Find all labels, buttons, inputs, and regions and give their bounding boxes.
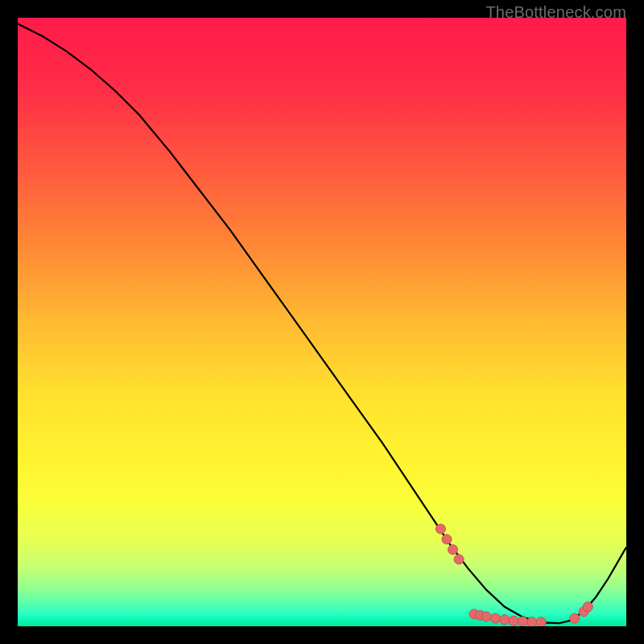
bottleneck-curve [18,24,626,624]
curve-marker [518,617,527,626]
curve-marker [509,616,518,625]
curve-marker [481,612,491,621]
curve-marker [570,613,580,623]
curve-layer [18,18,626,626]
plot-area [18,18,626,626]
chart-canvas: TheBottleneck.com [0,0,644,644]
curve-marker [490,613,500,623]
curve-marker [536,617,546,626]
curve-marker [448,545,458,555]
curve-markers [436,524,592,626]
curve-marker [442,535,452,544]
curve-marker [454,555,464,564]
curve-marker [436,524,445,534]
curve-marker [583,602,592,612]
curve-marker [500,615,510,625]
curve-marker [527,617,537,626]
